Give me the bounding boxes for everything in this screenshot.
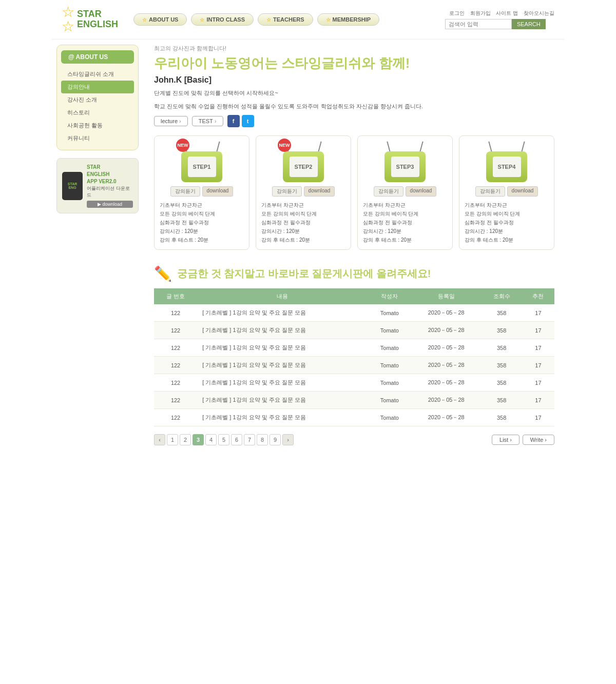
antenna-right-2: [318, 142, 322, 153]
antenna-right-4: [521, 142, 525, 153]
page-btn-7[interactable]: 7: [244, 434, 255, 445]
search-button[interactable]: SEARCH: [512, 19, 546, 29]
sidebar-item-teachers[interactable]: 강사진 소개: [57, 93, 138, 106]
listen-btn-3[interactable]: 강의듣기: [374, 186, 403, 197]
tv-step2: NEW STEP2: [280, 141, 326, 182]
cell-num: 122: [154, 304, 197, 322]
nav-teachers[interactable]: ☆ TEACHERS: [258, 13, 313, 26]
page-prev-btn[interactable]: ‹: [154, 434, 165, 445]
page-next-btn[interactable]: ›: [282, 434, 294, 445]
page-btn-2[interactable]: 2: [180, 434, 191, 445]
step-card-4: STEP4 강의듣기 download 기초부터 차근차근 모든 강의의 베이직…: [459, 135, 554, 250]
facebook-icon[interactable]: f: [227, 115, 240, 127]
download-button[interactable]: ▶ download: [87, 201, 133, 208]
listen-btn-2[interactable]: 강의듣기: [272, 186, 302, 197]
cell-author: Tomato: [368, 374, 411, 392]
table-row[interactable]: 122 [ 기초레벨 ] 1강의 요약 및 주요 질문 모음 Tomato 20…: [154, 357, 554, 374]
download-btn-3[interactable]: download: [406, 186, 437, 197]
tv-screen-1: STEP1: [188, 157, 216, 177]
cell-author: Tomato: [368, 339, 411, 357]
download-arrow-icon: ▶: [98, 202, 101, 207]
card-desc-4: 기초부터 차근차근 모든 강의의 베이직 단계 심화과정 전 필수과정 강의시간…: [465, 201, 549, 244]
nav-star-icon: ☆: [142, 17, 147, 23]
sidebar-item-intro[interactable]: 스타잉글리쉬 소개: [57, 68, 138, 81]
logo-star-icon: ☆☆: [62, 5, 74, 34]
sidebar-item-community[interactable]: 커뮤니티: [57, 132, 138, 145]
twitter-icon[interactable]: t: [242, 115, 254, 127]
signup-link[interactable]: 회원가입: [470, 10, 491, 16]
cell-likes: 17: [522, 339, 554, 357]
page-btn-5[interactable]: 5: [218, 434, 229, 445]
nav-intro-class[interactable]: ☆ INTRO CLASS: [191, 13, 254, 26]
cell-content: [ 기초레벨 ] 1강의 요약 및 주요 질문 모음: [197, 357, 368, 374]
table-row[interactable]: 122 [ 기초레벨 ] 1강의 요약 및 주요 질문 모음 Tomato 20…: [154, 409, 554, 426]
sidebar-title: @ ABOUT US: [61, 50, 134, 64]
cell-author: Tomato: [368, 322, 411, 339]
search-input[interactable]: [445, 19, 512, 29]
app-icon: STAR ENG: [62, 172, 83, 200]
step-cards: NEW STEP1 강의듣기 download 기초부터 차근차근 모든 강의의…: [154, 135, 554, 250]
page-btn-4[interactable]: 4: [205, 434, 217, 445]
test-button[interactable]: TEST ›: [192, 116, 223, 126]
list-button[interactable]: List ›: [492, 435, 519, 445]
table-header-row: 글 번호 내용 작성자 등록일 조회수 추천: [154, 288, 554, 304]
table-row[interactable]: 122 [ 기초레벨 ] 1강의 요약 및 주요 질문 모음 Tomato 20…: [154, 374, 554, 392]
nav-about-us[interactable]: ☆ ABOUT US: [133, 13, 187, 26]
cell-content: [ 기초레벨 ] 1강의 요약 및 주요 질문 모음: [197, 304, 368, 322]
q-section: ✏️ 궁금한 것 참지말고 바로바로 질문게시판에 올려주세요!: [154, 265, 554, 282]
page-btn-6[interactable]: 6: [231, 434, 242, 445]
cell-views: 358: [481, 304, 522, 322]
page-btn-9[interactable]: 9: [270, 434, 281, 445]
description2: 학교 진도에 맞춰 수업을 진행하여 성적을 올릴수 있도록 도와주며 학업성취…: [154, 102, 554, 111]
sidebar: @ ABOUT US 스타잉글리쉬 소개 강의안내 강사진 소개 히스토리 사회…: [51, 40, 144, 451]
nav-membership[interactable]: ☆ MEMBERSHIP: [317, 13, 380, 26]
listen-btn-4[interactable]: 강의듣기: [475, 186, 505, 197]
table-row[interactable]: 122 [ 기초레벨 ] 1강의 요약 및 주요 질문 모음 Tomato 20…: [154, 392, 554, 409]
table-action-buttons: List › Write ›: [492, 435, 554, 445]
tv-screen-2: STEP2: [290, 157, 318, 177]
page-btn-8[interactable]: 8: [257, 434, 268, 445]
table-row[interactable]: 122 [ 기초레벨 ] 1강의 요약 및 주요 질문 모음 Tomato 20…: [154, 322, 554, 339]
cell-likes: 17: [522, 392, 554, 409]
cell-date: 2020－05－28: [411, 304, 481, 322]
antenna-left-3: [387, 142, 391, 153]
sitemap-link[interactable]: 사이트 맵: [496, 10, 518, 16]
login-link[interactable]: 로그인: [449, 10, 465, 16]
tv-body-4: STEP4: [486, 151, 527, 182]
cell-date: 2020－05－28: [411, 374, 481, 392]
download-btn-1[interactable]: download: [202, 186, 234, 197]
list-arrow-icon: ›: [510, 437, 512, 443]
teacher-name: John.K [Basic]: [154, 75, 554, 85]
directions-link[interactable]: 찾아오시는길: [524, 10, 554, 16]
pagination: ‹ 1 2 3 4 5 6 7 8 9 ›: [154, 434, 294, 445]
antenna-right-3: [419, 142, 424, 153]
cell-author: Tomato: [368, 409, 411, 426]
card-btns-4: 강의듣기 download: [465, 186, 549, 197]
tv-body-3: STEP3: [384, 151, 426, 182]
download-btn-2[interactable]: download: [304, 186, 335, 197]
cell-content: [ 기초레벨 ] 1강의 요약 및 주요 질문 모음: [197, 409, 368, 426]
col-author: 작성자: [368, 288, 411, 304]
table-row[interactable]: 122 [ 기초레벨 ] 1강의 요약 및 주요 질문 모음 Tomato 20…: [154, 339, 554, 357]
lecture-arrow-icon: ›: [179, 118, 181, 124]
table-row[interactable]: 122 [ 기초레벨 ] 1강의 요약 및 주요 질문 모음 Tomato 20…: [154, 304, 554, 322]
tv-body-2: STEP2: [283, 151, 324, 182]
write-button[interactable]: Write ›: [523, 435, 554, 445]
cell-likes: 17: [522, 357, 554, 374]
cell-author: Tomato: [368, 392, 411, 409]
cell-date: 2020－05－28: [411, 357, 481, 374]
col-date: 등록일: [411, 288, 481, 304]
main-content: 최고의 강사진과 함께합니다! 우리아이 노동영어는 스타잉글리쉬와 함께! J…: [144, 40, 565, 451]
page-btn-1[interactable]: 1: [167, 434, 178, 445]
step-card-3: STEP3 강의듣기 download 기초부터 차근차근 모든 강의의 베이직…: [357, 135, 453, 250]
page-btn-3[interactable]: 3: [192, 434, 204, 445]
lecture-button[interactable]: lecture ›: [154, 116, 188, 126]
download-btn-4[interactable]: download: [507, 186, 538, 197]
sidebar-item-community-act[interactable]: 사회공헌 활동: [57, 119, 138, 132]
sidebar-item-history[interactable]: 히스토리: [57, 106, 138, 119]
sidebar-item-guide[interactable]: 강의안내: [61, 81, 134, 93]
listen-btn-1[interactable]: 강의듣기: [170, 186, 200, 197]
test-arrow-icon: ›: [215, 118, 217, 124]
cell-date: 2020－05－28: [411, 392, 481, 409]
cell-likes: 17: [522, 374, 554, 392]
